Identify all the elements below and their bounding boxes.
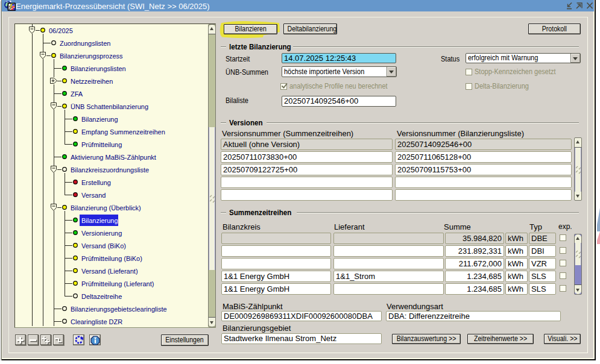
svg-text:Bilanzierungsgebietsclearingli: Bilanzierungsgebietsclearingliste: [71, 306, 167, 313]
svg-text:Prüfmitteilung (Lieferant): Prüfmitteilung (Lieferant): [81, 280, 154, 287]
svg-text:Versionierung: Versionierung: [81, 230, 122, 237]
svg-text:Bilanzierungslisten: Bilanzierungslisten: [71, 65, 126, 72]
svg-text:Prüfmitteilung: Prüfmitteilung: [81, 141, 122, 148]
svg-text:Netzzeitreihen: Netzzeitreihen: [71, 78, 113, 85]
svg-text:06/2025: 06/2025: [49, 27, 73, 34]
svg-text:Bilanzkreiszuordnungsliste: Bilanzkreiszuordnungsliste: [71, 166, 149, 174]
svg-text:Bilanzierung: Bilanzierung: [81, 217, 118, 224]
svg-text:Bilanzierung (Überblick): Bilanzierung (Überblick): [71, 204, 141, 212]
svg-text:ZFA: ZFA: [71, 90, 83, 98]
svg-text:Aktivierung MaBiS-Zählpunkt: Aktivierung MaBiS-Zählpunkt: [71, 154, 156, 161]
svg-text:Bilanzierungsprozess: Bilanzierungsprozess: [60, 52, 123, 60]
svg-text:ÜNB Schattenbilanzierung: ÜNB Schattenbilanzierung: [71, 103, 148, 110]
svg-text:Empfang Summenzeitreihen: Empfang Summenzeitreihen: [81, 128, 165, 136]
svg-text:Prüfmitteilung (BiKo): Prüfmitteilung (BiKo): [81, 255, 142, 262]
svg-text:Bilanzierung: Bilanzierung: [81, 116, 118, 123]
svg-text:Zuordnungslisten: Zuordnungslisten: [60, 40, 110, 47]
svg-text:Versand: Versand: [81, 192, 106, 199]
svg-text:Erstellung: Erstellung: [81, 179, 111, 186]
svg-text:Versand (Lieferant): Versand (Lieferant): [81, 268, 138, 275]
svg-text:Deltazeitreihe: Deltazeitreihe: [81, 293, 122, 300]
svg-text:Versand (BiKo): Versand (BiKo): [81, 242, 126, 249]
svg-text:Clearingliste DZR: Clearingliste DZR: [71, 318, 122, 325]
